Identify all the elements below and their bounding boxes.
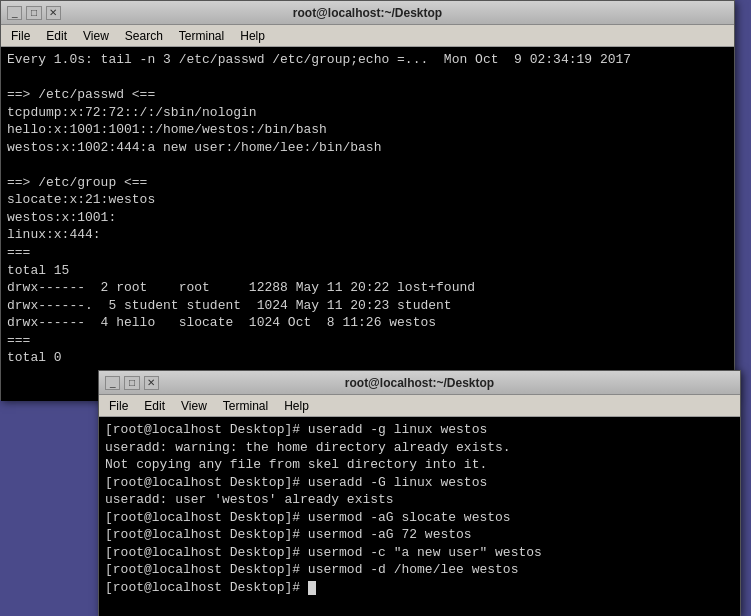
menu-help-1[interactable]: Help bbox=[234, 27, 271, 45]
menu-help-2[interactable]: Help bbox=[278, 397, 315, 415]
menu-bar-1: File Edit View Search Terminal Help bbox=[1, 25, 734, 47]
terminal-output-1: Every 1.0s: tail -n 3 /etc/passwd /etc/g… bbox=[1, 47, 734, 401]
menu-edit-1[interactable]: Edit bbox=[40, 27, 73, 45]
menu-file-1[interactable]: File bbox=[5, 27, 36, 45]
maximize-button-2[interactable]: □ bbox=[124, 376, 139, 390]
minimize-button-2[interactable]: _ bbox=[105, 376, 120, 390]
terminal-window-2: _ □ ✕ root@localhost:~/Desktop File Edit… bbox=[98, 370, 741, 616]
terminal-cursor bbox=[308, 581, 316, 595]
minimize-button-1[interactable]: _ bbox=[7, 6, 22, 20]
terminal-window-1: _ □ ✕ root@localhost:~/Desktop File Edit… bbox=[0, 0, 735, 400]
menu-view-1[interactable]: View bbox=[77, 27, 115, 45]
menu-file-2[interactable]: File bbox=[103, 397, 134, 415]
close-button-1[interactable]: ✕ bbox=[46, 6, 61, 20]
terminal-title-2: root@localhost:~/Desktop bbox=[159, 376, 680, 390]
terminal-output-2[interactable]: [root@localhost Desktop]# useradd -g lin… bbox=[99, 417, 740, 616]
menu-terminal-2[interactable]: Terminal bbox=[217, 397, 274, 415]
menu-terminal-1[interactable]: Terminal bbox=[173, 27, 230, 45]
menu-view-2[interactable]: View bbox=[175, 397, 213, 415]
menu-edit-2[interactable]: Edit bbox=[138, 397, 171, 415]
terminal-content-2: [root@localhost Desktop]# useradd -g lin… bbox=[105, 422, 542, 595]
title-bar-2: _ □ ✕ root@localhost:~/Desktop bbox=[99, 371, 740, 395]
maximize-button-1[interactable]: □ bbox=[26, 6, 41, 20]
title-bar-1: _ □ ✕ root@localhost:~/Desktop bbox=[1, 1, 734, 25]
menu-search-1[interactable]: Search bbox=[119, 27, 169, 45]
terminal-title-1: root@localhost:~/Desktop bbox=[61, 6, 674, 20]
close-button-2[interactable]: ✕ bbox=[144, 376, 159, 390]
menu-bar-2: File Edit View Terminal Help bbox=[99, 395, 740, 417]
